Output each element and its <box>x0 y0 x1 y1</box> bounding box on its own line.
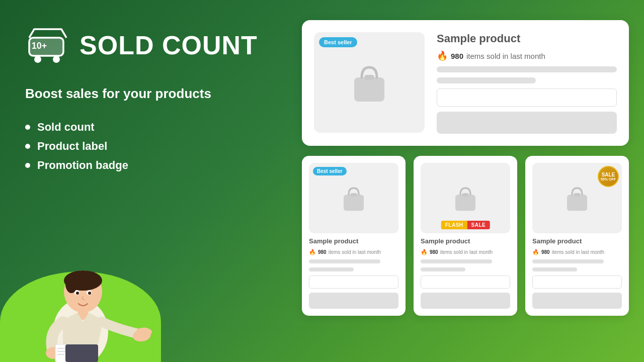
small-card-2: FLASH SALE Sample product 🔥 980 items so… <box>414 156 517 316</box>
wide-product-name: Sample product <box>437 32 617 45</box>
fire-icon-sm-2: 🔥 <box>421 249 428 255</box>
small-sold-row-3: 🔥 980 items sold in last month <box>532 249 622 255</box>
small-sold-row-1: 🔥 980 items sold in last month <box>309 249 398 255</box>
svg-point-10 <box>76 292 79 295</box>
small-sold-row-2: 🔥 980 items sold in last month <box>421 249 510 255</box>
off-text: 50% OFF <box>601 177 616 181</box>
main-container: 10+ SOLD COUNT Boost sales for your prod… <box>0 0 644 362</box>
small-sold-num-2: 980 <box>430 249 438 255</box>
fire-icon-wide: 🔥 <box>437 50 448 61</box>
feature-label-3: Promotion badge <box>37 159 128 172</box>
svg-rect-21 <box>364 75 374 80</box>
features-list: Sold count Product label Promotion badge <box>25 121 267 172</box>
character-illustration <box>15 241 166 362</box>
sk-2-btn <box>421 293 510 309</box>
fire-icon-sm-3: 🔥 <box>532 249 539 255</box>
feature-promotion-badge: Promotion badge <box>25 159 267 172</box>
skeleton-input <box>437 88 617 107</box>
bag-icon-sm-3 <box>562 183 592 213</box>
svg-rect-27 <box>574 193 580 197</box>
feature-label-1: Sold count <box>37 121 95 134</box>
sk-1-input <box>309 276 398 289</box>
character-svg <box>25 251 156 362</box>
svg-point-7 <box>65 275 77 293</box>
svg-text:10+: 10+ <box>32 41 47 51</box>
skeleton-line-2 <box>437 77 536 83</box>
small-sold-num-3: 980 <box>541 249 550 255</box>
sale-label: SALE <box>467 221 490 229</box>
svg-rect-25 <box>462 193 468 197</box>
sk-3-btn <box>532 293 622 309</box>
small-product-name-1: Sample product <box>309 237 398 245</box>
small-sold-text-3: items sold in last month <box>552 249 605 255</box>
sk-2-2 <box>421 267 465 272</box>
svg-point-11 <box>88 292 91 295</box>
sk-2-1 <box>421 259 492 263</box>
wide-product-card: Best seller Sample product 🔥 980 items s… <box>302 20 629 146</box>
app-title: SOLD COUNT <box>79 30 258 60</box>
sk-3-2 <box>532 267 577 272</box>
right-panel: Best seller Sample product 🔥 980 items s… <box>292 0 644 362</box>
sale-circle-badge: SALE 50% OFF <box>598 166 619 187</box>
svg-point-2 <box>53 56 60 63</box>
sk-2-input <box>421 276 510 289</box>
small-image-2: FLASH SALE <box>421 163 510 233</box>
tagline: Boost sales for your products <box>25 85 267 103</box>
svg-rect-19 <box>65 344 98 362</box>
feature-sold-count: Sold count <box>25 121 267 134</box>
feature-label-2: Product label <box>37 140 107 153</box>
skeleton-button <box>437 112 617 134</box>
best-seller-badge-sm-1: Best seller <box>313 167 347 175</box>
bag-icon-sm-1 <box>339 183 369 213</box>
flash-sale-banner: FLASH SALE <box>441 221 490 229</box>
svg-rect-23 <box>350 193 357 197</box>
cart-icon: 10+ <box>25 25 70 65</box>
bag-icon-sm-2 <box>450 183 480 213</box>
small-product-name-3: Sample product <box>532 237 622 245</box>
bullet-2 <box>25 144 30 149</box>
svg-rect-22 <box>344 195 364 211</box>
small-image-1: Best seller <box>309 163 398 233</box>
skeleton-line-1 <box>437 66 617 72</box>
sk-1-2 <box>309 267 354 272</box>
svg-rect-24 <box>455 195 475 211</box>
left-panel: 10+ SOLD COUNT Boost sales for your prod… <box>0 0 292 362</box>
best-seller-badge-wide: Best seller <box>319 37 357 47</box>
small-image-3: SALE 50% OFF <box>532 163 622 233</box>
small-card-3: SALE 50% OFF Sample product 🔥 980 items … <box>525 156 629 316</box>
sk-1-btn <box>309 293 398 309</box>
wide-product-info: Sample product 🔥 980 items sold in last … <box>437 32 617 134</box>
svg-point-1 <box>34 56 41 63</box>
small-sold-num-1: 980 <box>318 249 327 255</box>
svg-rect-20 <box>354 77 384 102</box>
wide-sold-count-row: 🔥 980 items sold in last month <box>437 50 617 61</box>
wide-product-image: Best seller <box>314 32 425 133</box>
svg-rect-26 <box>567 195 587 211</box>
bullet-1 <box>25 125 30 130</box>
sk-1-1 <box>309 259 380 263</box>
small-cards-row: Best seller Sample product 🔥 980 items s… <box>302 156 629 316</box>
small-card-1: Best seller Sample product 🔥 980 items s… <box>302 156 406 316</box>
small-product-name-2: Sample product <box>421 237 510 245</box>
wide-sold-number: 980 <box>451 52 463 60</box>
bullet-3 <box>25 163 30 168</box>
sale-pct-text: SALE <box>602 172 615 177</box>
sk-3-input <box>532 276 622 289</box>
feature-product-label: Product label <box>25 140 267 153</box>
small-sold-text-1: items sold in last month <box>329 249 381 255</box>
logo-area: 10+ SOLD COUNT <box>25 25 267 65</box>
fire-icon-sm-1: 🔥 <box>309 249 316 255</box>
sk-3-1 <box>532 259 604 263</box>
bag-icon-wide <box>347 60 392 105</box>
wide-sold-text: items sold in last month <box>466 52 545 60</box>
small-sold-text-2: items sold in last month <box>440 249 493 255</box>
flash-label: FLASH <box>441 221 467 229</box>
